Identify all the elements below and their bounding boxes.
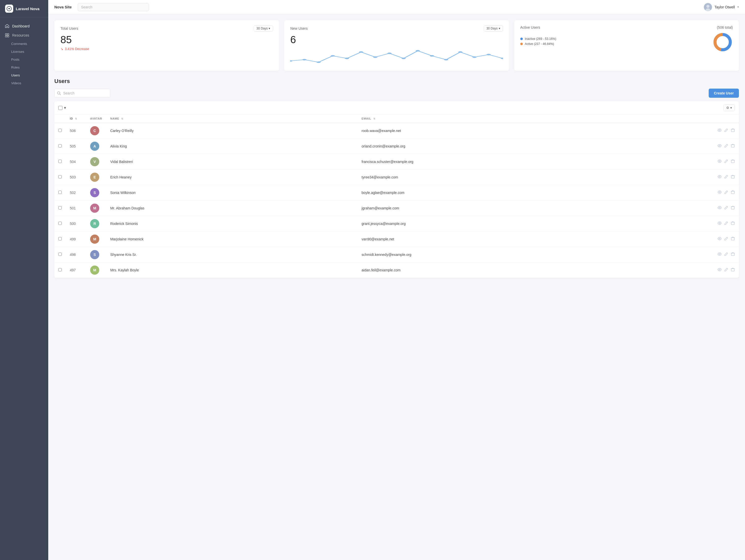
view-icon[interactable]	[718, 252, 722, 257]
row-checkbox[interactable]	[58, 206, 62, 209]
row-checkbox[interactable]	[58, 253, 62, 256]
edit-icon[interactable]	[724, 206, 728, 211]
delete-icon[interactable]	[731, 175, 735, 180]
table-search-input[interactable]	[54, 89, 110, 97]
delete-icon[interactable]	[731, 221, 735, 226]
row-id: 498	[66, 247, 86, 262]
view-icon[interactable]	[718, 206, 722, 211]
svg-rect-40	[731, 207, 734, 209]
row-actions-cell	[714, 262, 739, 278]
row-checkbox[interactable]	[58, 175, 62, 178]
row-name: Erich Heaney	[106, 170, 358, 185]
active-label: Active (237 - 46.84%)	[525, 42, 554, 46]
user-name[interactable]: Taylor Otwell	[715, 5, 735, 9]
users-table-body: 506 C Carley O'Reilly roob.wava@example.…	[54, 123, 739, 278]
delete-icon[interactable]	[731, 128, 735, 133]
row-checkbox[interactable]	[58, 191, 62, 194]
sidebar-item-comments[interactable]: Comments	[0, 40, 48, 48]
app-name: Laravel Nova	[16, 7, 39, 11]
donut-legend: Inactive (269 - 53.16%) Active (237 - 46…	[520, 37, 707, 47]
chevron-down-icon[interactable]: ▾	[64, 105, 66, 110]
avatar: M	[90, 235, 99, 244]
new-users-card: New Users 30 Days ▾ 6	[284, 20, 509, 71]
th-name[interactable]: NAME ⇅	[106, 114, 358, 123]
svg-point-9	[302, 59, 307, 60]
svg-point-10	[317, 61, 321, 63]
edit-icon[interactable]	[724, 237, 728, 242]
delete-icon[interactable]	[731, 190, 735, 195]
sidebar-item-videos[interactable]: Videos	[0, 79, 48, 87]
donut-chart	[712, 32, 733, 52]
row-actions-cell	[714, 170, 739, 185]
edit-icon[interactable]	[724, 190, 728, 195]
active-users-card: Active Users (506 total) Inactive (269 -…	[514, 20, 739, 71]
view-icon[interactable]	[718, 128, 722, 133]
row-checkbox[interactable]	[58, 222, 62, 225]
sidebar-item-resources[interactable]: Resources	[0, 31, 48, 40]
topbar-search-input[interactable]	[78, 3, 149, 11]
edit-icon[interactable]	[724, 175, 728, 180]
create-user-button[interactable]: Create User	[709, 89, 739, 98]
view-icon[interactable]	[718, 175, 722, 180]
row-avatar-cell: S	[86, 185, 106, 201]
row-id: 506	[66, 123, 86, 139]
edit-icon[interactable]	[724, 128, 728, 133]
row-checkbox[interactable]	[58, 144, 62, 147]
sidebar-item-users[interactable]: Users	[0, 71, 48, 79]
row-checkbox[interactable]	[58, 268, 62, 271]
th-email[interactable]: EMAIL ⇅	[358, 114, 714, 123]
filter-button[interactable]: ⚙ ▾	[723, 104, 735, 111]
delete-icon[interactable]	[731, 206, 735, 211]
total-users-value: 85	[60, 34, 273, 45]
new-users-period-select[interactable]: 30 Days ▾	[484, 25, 503, 31]
svg-point-13	[359, 51, 363, 53]
avatar: C	[90, 126, 99, 135]
sidebar-item-licenses[interactable]: Licenses	[0, 48, 48, 56]
svg-point-8	[290, 60, 292, 62]
total-users-period-select[interactable]: 30 Days ▾	[254, 25, 273, 31]
row-actions	[718, 252, 735, 257]
row-actions-cell	[714, 216, 739, 232]
delete-icon[interactable]	[731, 268, 735, 273]
view-icon[interactable]	[718, 190, 722, 195]
view-icon[interactable]	[718, 237, 722, 242]
new-users-header: New Users 30 Days ▾	[290, 25, 503, 31]
row-actions	[718, 237, 735, 242]
sidebar-item-roles[interactable]: Roles	[0, 63, 48, 71]
sidebar-item-posts[interactable]: Posts	[0, 56, 48, 63]
row-avatar-cell: M	[86, 262, 106, 278]
th-id[interactable]: ID ⇅	[66, 114, 86, 123]
edit-icon[interactable]	[724, 268, 728, 273]
row-actions-cell	[714, 247, 739, 262]
svg-point-43	[719, 238, 720, 239]
edit-icon[interactable]	[724, 252, 728, 257]
table-actions-row: ▾ ⚙ ▾	[54, 101, 739, 114]
delete-icon[interactable]	[731, 159, 735, 164]
row-checkbox[interactable]	[58, 129, 62, 132]
edit-icon[interactable]	[724, 144, 728, 149]
row-email: aidan.feil@example.com	[358, 262, 714, 278]
total-users-card: Total Users 30 Days ▾ 85 ↘ 3.41% Decreas…	[54, 20, 279, 71]
users-section-title: Users	[54, 78, 739, 85]
row-checkbox[interactable]	[58, 237, 62, 240]
home-icon	[5, 24, 9, 28]
edit-icon[interactable]	[724, 221, 728, 226]
svg-rect-44	[731, 238, 734, 240]
select-all-checkbox[interactable]	[58, 106, 62, 110]
delete-icon[interactable]	[731, 237, 735, 242]
view-icon[interactable]	[718, 159, 722, 164]
view-icon[interactable]	[718, 268, 722, 273]
sidebar-item-dashboard[interactable]: Dashboard	[0, 22, 48, 31]
avatar: M	[90, 204, 99, 213]
delete-icon[interactable]	[731, 252, 735, 257]
view-icon[interactable]	[718, 144, 722, 149]
delete-icon[interactable]	[731, 144, 735, 149]
edit-icon[interactable]	[724, 159, 728, 164]
resources-icon	[5, 33, 9, 37]
row-checkbox[interactable]	[58, 160, 62, 163]
table-row: 499 M Marjolaine Homenick van90@example.…	[54, 232, 739, 247]
row-id: 502	[66, 185, 86, 201]
view-icon[interactable]	[718, 221, 722, 226]
chevron-down-icon[interactable]: ▾	[737, 5, 739, 9]
avatar: A	[90, 142, 99, 151]
